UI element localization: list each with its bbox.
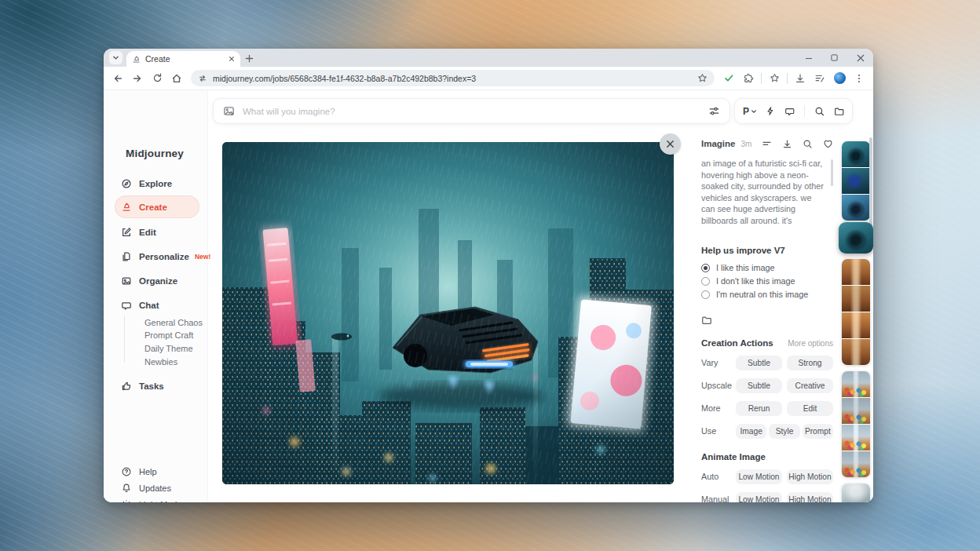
chat-channel-general-chaos[interactable]: General Chaos [144, 318, 203, 327]
tab-close-icon[interactable] [229, 56, 235, 62]
close-window-button[interactable] [847, 49, 873, 67]
generated-image[interactable] [222, 142, 674, 484]
prompt-settings-icon[interactable] [708, 105, 720, 117]
sidebar-item-tasks[interactable]: Tasks [115, 378, 199, 394]
forward-button[interactable] [129, 70, 146, 87]
more-edit-button[interactable]: Edit [787, 401, 833, 416]
thumbnail-misty-1[interactable] [842, 483, 870, 502]
home-button[interactable] [168, 70, 185, 87]
thumbnail-autumn-4[interactable] [842, 339, 870, 365]
more-options-link[interactable]: More options [788, 339, 833, 348]
sidebar-item-personalize[interactable]: Personalize New! [115, 248, 199, 265]
auto-low-motion-button[interactable]: Low Motion [736, 469, 782, 484]
prompt-scrollbar[interactable] [831, 159, 833, 186]
upscale-creative-button[interactable]: Creative [787, 378, 833, 393]
thumbnail-autumn-2[interactable] [842, 286, 870, 312]
thumbnail-scifi-1[interactable] [842, 141, 870, 167]
close-image-button[interactable] [660, 133, 681, 155]
minimize-button[interactable] [795, 49, 821, 67]
chat-channel-prompt-craft[interactable]: Prompt Craft [144, 330, 193, 340]
reading-list-button[interactable] [811, 70, 828, 87]
thumbnail-autumn-1[interactable] [842, 259, 870, 285]
downloads-button[interactable] [792, 70, 809, 87]
action-row-label: Upscale [701, 381, 736, 390]
thumbnail-parade-1[interactable] [842, 371, 870, 397]
radio[interactable] [701, 277, 710, 286]
sidebar-item-chat[interactable]: Chat [115, 297, 199, 313]
sidebar-item-light-mode[interactable]: Light Mode [115, 496, 199, 502]
vary-subtle-button[interactable]: Subtle [736, 356, 782, 370]
action-row-vary: Vary Subtle Strong [701, 356, 833, 370]
pinned-extension-button[interactable] [766, 70, 783, 87]
new-tab-button[interactable] [240, 50, 258, 66]
midjourney-app: Midjourney Explore Create Edit Personali… [104, 90, 873, 502]
chat-channel-daily-theme[interactable]: Daily Theme [144, 344, 193, 353]
feedback-option-dislike[interactable]: I don't like this image [701, 275, 833, 288]
extensions-puzzle-button[interactable] [740, 70, 757, 87]
lightning-icon[interactable] [766, 106, 776, 116]
reading-list-icon [814, 73, 825, 84]
search-icon[interactable] [814, 106, 825, 117]
heart-icon[interactable] [823, 139, 833, 149]
thumbnail-parade-4[interactable] [842, 451, 870, 477]
sidebar-item-create[interactable]: Create [115, 195, 199, 218]
feedback-option-like[interactable]: I like this image [701, 261, 833, 275]
prompt-text[interactable]: an image of a futuristic sci-fi car, hov… [701, 158, 825, 227]
add-image-icon[interactable] [223, 105, 235, 117]
prompt-input[interactable] [243, 107, 700, 116]
sidebar-item-updates[interactable]: Updates [115, 480, 199, 496]
use-style-button[interactable]: Style [769, 424, 799, 439]
search-icon[interactable] [803, 139, 813, 149]
prompt-details-icon[interactable] [762, 139, 772, 149]
sidebar-item-edit[interactable]: Edit [115, 224, 199, 240]
url-bar[interactable]: midjourney.com/jobs/6568c384-fe1f-4632-b… [191, 70, 715, 86]
vary-strong-button[interactable]: Strong [787, 356, 833, 370]
manual-high-motion-button[interactable]: High Motion [787, 492, 833, 502]
reload-button[interactable] [148, 70, 166, 87]
sidebar-item-help[interactable]: Help [115, 463, 199, 480]
chat-channel-newbies[interactable]: Newbies [144, 357, 177, 367]
site-info-icon[interactable] [198, 74, 207, 83]
animate-image-title: Animate Image [701, 452, 833, 462]
back-button[interactable] [109, 70, 126, 87]
feedback-option-neutral[interactable]: I'm neutral on this image [701, 288, 833, 301]
download-icon[interactable] [782, 139, 792, 149]
sidebar-item-label: Explore [139, 179, 172, 188]
profile-avatar[interactable] [831, 70, 848, 87]
auto-high-motion-button[interactable]: High Motion [787, 469, 833, 484]
animate-row-label: Manual [701, 494, 736, 502]
use-prompt-button[interactable]: Prompt [803, 424, 833, 439]
sidebar-item-organize[interactable]: Organize [115, 272, 199, 289]
browser-tab-create[interactable]: Create [126, 51, 240, 67]
bookmark-star-icon[interactable] [697, 73, 708, 83]
imagine-prompt-bar[interactable] [213, 98, 730, 124]
manual-low-motion-button[interactable]: Low Motion [736, 492, 782, 502]
sidebar-item-label: Personalize [139, 252, 189, 261]
browser-menu-button[interactable] [850, 70, 868, 87]
profile-dropdown[interactable]: P [743, 106, 757, 117]
feedback-bubble-icon[interactable] [784, 106, 795, 117]
folder-icon [701, 315, 712, 326]
more-rerun-button[interactable]: Rerun [736, 401, 782, 416]
thumbnail-scifi-3[interactable] [842, 195, 870, 221]
upscale-subtle-button[interactable]: Subtle [736, 378, 782, 393]
move-to-folder-button[interactable] [701, 315, 833, 326]
sidebar-item-label: Edit [139, 228, 156, 237]
page-scrollbar[interactable] [869, 137, 872, 232]
radio[interactable] [701, 290, 710, 299]
use-image-button[interactable]: Image [736, 424, 766, 439]
thumbnail-scifi-2[interactable] [842, 168, 870, 194]
maximize-button[interactable] [821, 49, 847, 67]
extension-check-icon[interactable] [720, 70, 737, 87]
thumbs-up-icon [121, 381, 132, 392]
thumbnail-parade-2[interactable] [842, 398, 870, 424]
folder-icon[interactable] [834, 106, 845, 117]
radio-selected[interactable] [701, 264, 710, 272]
thumbnail-parade-3[interactable] [842, 425, 870, 451]
tab-search-button[interactable] [109, 51, 122, 64]
thumbnail-autumn-3[interactable] [842, 312, 870, 338]
sidebar-item-explore[interactable]: Explore [115, 175, 199, 192]
creation-actions-header: Creation Actions More options [701, 338, 833, 348]
sidebar-item-label: Tasks [139, 381, 164, 391]
thumbnail-scifi-selected[interactable] [839, 222, 873, 254]
